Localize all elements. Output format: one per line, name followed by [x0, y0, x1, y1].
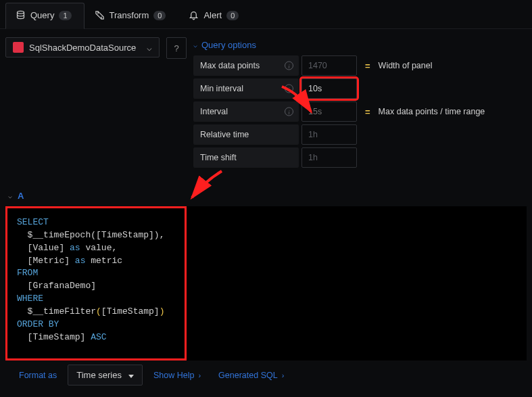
- input-max-data-points[interactable]: [301, 55, 357, 76]
- bell-icon: [189, 10, 199, 20]
- query-bottom-bar: Format as Time series Show Help› Generat…: [5, 360, 527, 390]
- query-tabs: Query 1 Transform 0 Alert 0: [0, 0, 532, 29]
- query-letter: A: [18, 191, 24, 201]
- tab-transform-count: 0: [153, 11, 166, 20]
- question-icon: ?: [174, 43, 178, 53]
- text-width-of-panel: Width of panel: [379, 55, 433, 76]
- info-icon[interactable]: i: [285, 108, 293, 116]
- datasource-name: SqlShackDemoDataSource: [29, 43, 141, 53]
- info-icon[interactable]: i: [285, 85, 293, 93]
- tab-alert[interactable]: Alert 0: [178, 3, 251, 28]
- datasource-logo-icon: [13, 42, 24, 53]
- caret-down-icon: [128, 370, 134, 380]
- format-as-select[interactable]: Time series: [68, 365, 143, 386]
- format-as-value: Time series: [76, 370, 122, 380]
- label-max-data-points: Max data points i: [193, 55, 299, 76]
- chevron-down-icon: ⌵: [147, 43, 152, 53]
- chevron-down-icon: ⌵: [193, 41, 197, 49]
- chevron-right-icon: ›: [282, 371, 285, 379]
- label-interval: Interval i: [193, 101, 299, 122]
- input-relative-time[interactable]: [301, 124, 357, 145]
- input-time-shift[interactable]: [301, 147, 357, 168]
- tab-query-label: Query: [30, 10, 54, 20]
- query-options-toggle[interactable]: ⌵ Query options: [193, 37, 527, 55]
- equals-separator: =: [360, 55, 376, 76]
- generated-sql-button[interactable]: Generated SQL›: [212, 366, 291, 385]
- chevron-right-icon: ›: [198, 371, 201, 379]
- equals-separator: =: [360, 101, 376, 122]
- label-time-shift: Time shift: [193, 147, 299, 168]
- datasource-picker[interactable]: SqlShackDemoDataSource ⌵: [5, 37, 160, 57]
- datasource-help-button[interactable]: ?: [166, 37, 187, 59]
- label-min-interval: Min interval i: [193, 78, 299, 99]
- sql-editor[interactable]: SELECT $__timeEpoch([TimeStamp]), [Value…: [5, 206, 187, 360]
- tab-query[interactable]: Query 1: [5, 3, 84, 29]
- format-as-label: Format as: [12, 366, 64, 385]
- info-icon[interactable]: i: [285, 62, 293, 70]
- show-help-button[interactable]: Show Help›: [147, 366, 208, 385]
- editor-fill: [187, 206, 527, 360]
- input-interval: [301, 101, 357, 122]
- tab-query-count: 1: [59, 11, 71, 20]
- database-icon: [16, 10, 26, 20]
- label-relative-time: Relative time: [193, 124, 299, 145]
- tab-alert-label: Alert: [203, 10, 222, 20]
- transform-icon: [95, 10, 105, 20]
- chevron-down-icon: ⌵: [8, 192, 12, 200]
- text-interval-formula: Max data points / time range: [379, 101, 485, 122]
- query-options-label: Query options: [201, 40, 256, 50]
- query-row-header[interactable]: ⌵ A: [5, 170, 527, 206]
- tab-alert-count: 0: [226, 11, 239, 20]
- tab-transform-label: Transform: [110, 10, 149, 20]
- tab-transform[interactable]: Transform 0: [84, 3, 179, 28]
- svg-point-0: [18, 11, 24, 14]
- query-options: ⌵ Query options Max data points i = Widt…: [193, 37, 527, 170]
- input-min-interval[interactable]: [301, 78, 357, 99]
